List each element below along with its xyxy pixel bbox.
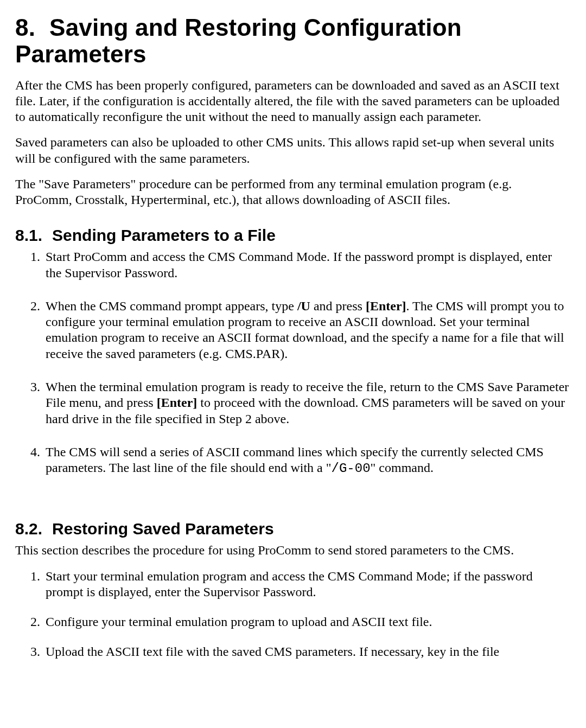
command-text: /U bbox=[297, 299, 310, 313]
section-82-number: 8.2. bbox=[15, 520, 42, 538]
list-item: Configure your terminal emulation progra… bbox=[43, 614, 571, 630]
list-item: When the terminal emulation program is r… bbox=[43, 379, 571, 427]
section-81-number: 8.1. bbox=[15, 226, 42, 244]
section-82-lead: This section describes the procedure for… bbox=[15, 542, 571, 558]
list-item: When the CMS command prompt appears, typ… bbox=[43, 298, 571, 362]
section-82-heading: 8.2.Restoring Saved Parameters bbox=[15, 520, 571, 538]
list-item-text: The CMS will send a series of ASCII comm… bbox=[46, 445, 544, 475]
section-81-title: Sending Parameters to a File bbox=[52, 226, 276, 244]
code-text: /G-00 bbox=[332, 461, 371, 476]
list-item-text: Upload the ASCII text file with the save… bbox=[46, 644, 499, 659]
list-item: Upload the ASCII text file with the save… bbox=[43, 644, 571, 660]
list-item-text: Configure your terminal emulation progra… bbox=[46, 615, 432, 629]
list-item-text: Start your terminal emulation program an… bbox=[46, 569, 533, 599]
section-82-title: Restoring Saved Parameters bbox=[52, 520, 274, 538]
list-item: The CMS will send a series of ASCII comm… bbox=[43, 444, 571, 477]
intro-paragraph-2: Saved parameters can also be uploaded to… bbox=[15, 135, 571, 167]
list-item: Start ProComm and access the CMS Command… bbox=[43, 249, 571, 281]
chapter-title: 8.Saving and Restoring Configuration Par… bbox=[15, 14, 571, 68]
list-item-text: When the CMS command prompt appears, typ… bbox=[46, 299, 297, 313]
section-82-list: Start your terminal emulation program an… bbox=[22, 569, 571, 660]
intro-paragraph-1: After the CMS has been properly configur… bbox=[15, 78, 571, 125]
chapter-text: Saving and Restoring Configuration Param… bbox=[15, 14, 462, 67]
key-name: [Enter] bbox=[157, 395, 198, 410]
list-item: Start your terminal emulation program an… bbox=[43, 569, 571, 601]
document-page: 8.Saving and Restoring Configuration Par… bbox=[0, 0, 586, 696]
key-name: [Enter] bbox=[366, 299, 406, 313]
intro-paragraph-3: The "Save Parameters" procedure can be p… bbox=[15, 176, 571, 208]
list-item-text: " command. bbox=[371, 461, 434, 475]
section-81-list: Start ProComm and access the CMS Command… bbox=[22, 249, 571, 476]
chapter-number: 8. bbox=[15, 14, 35, 41]
list-item-text: Start ProComm and access the CMS Command… bbox=[46, 250, 552, 279]
list-item-text: and press bbox=[310, 299, 366, 313]
section-81-heading: 8.1.Sending Parameters to a File bbox=[15, 226, 571, 245]
